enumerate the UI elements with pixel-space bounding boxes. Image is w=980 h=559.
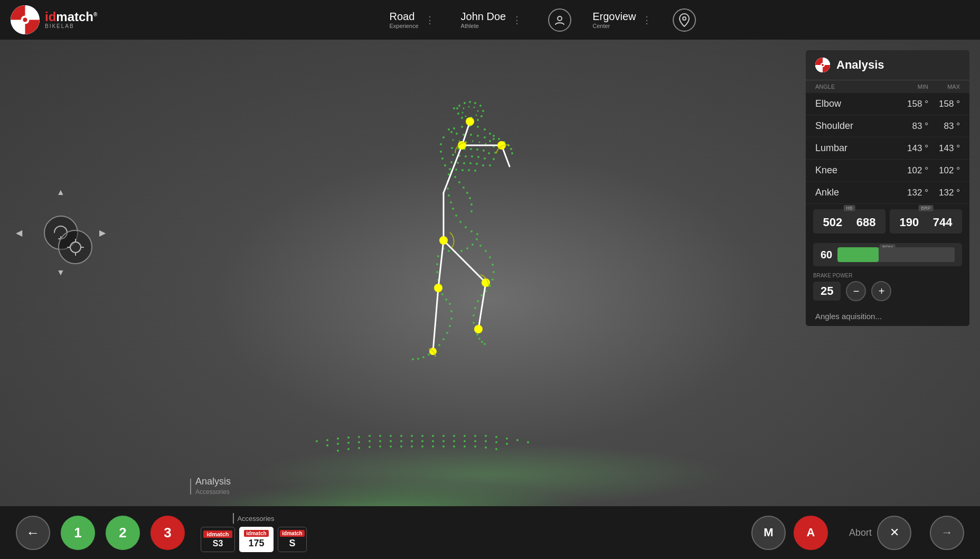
svg-point-3: [558, 16, 562, 21]
bottom-bar: ← 1 2 3 Accessories idmatch S3 idmatch 1…: [0, 506, 980, 559]
mode-a-btn[interactable]: A: [794, 516, 828, 550]
svg-point-44: [441, 157, 444, 160]
svg-point-104: [489, 256, 491, 258]
svg-point-143: [476, 163, 478, 165]
rpm-fill: [837, 247, 879, 262]
svg-point-19: [477, 119, 479, 121]
svg-point-202: [474, 445, 476, 448]
nav-arrows: ▲ ▼ ◀ ▶: [16, 188, 106, 277]
brake-plus-btn[interactable]: +: [871, 281, 891, 301]
location-icon-btn[interactable]: [673, 8, 696, 32]
svg-point-98: [428, 353, 430, 356]
svg-point-208: [507, 144, 510, 146]
svg-point-167: [495, 436, 497, 438]
arrow-right[interactable]: ▶: [99, 228, 106, 238]
svg-point-87: [439, 287, 441, 289]
athlete-icon-btn[interactable]: [548, 8, 571, 32]
svg-point-125: [485, 143, 487, 145]
svg-point-34: [453, 127, 455, 129]
arrow-left[interactable]: ◀: [16, 228, 22, 238]
svg-point-29: [476, 115, 477, 116]
svg-point-108: [489, 285, 491, 287]
chip-s[interactable]: idmatch S: [278, 527, 307, 552]
angle-rows: Elbow 158 ° 158 ° Shoulder 83 ° 83 ° Lum…: [806, 93, 969, 204]
brake-minus-btn[interactable]: −: [846, 281, 866, 301]
svg-point-191: [358, 447, 360, 449]
svg-point-123: [472, 141, 474, 142]
svg-point-114: [473, 322, 475, 324]
svg-point-41: [442, 136, 445, 138]
svg-point-126: [451, 147, 453, 149]
svg-point-133: [452, 154, 454, 156]
arrow-down[interactable]: ▼: [56, 268, 65, 277]
svg-point-166: [485, 435, 487, 437]
svg-point-130: [476, 148, 478, 151]
svg-point-37: [477, 126, 479, 128]
rpm-value: 60: [821, 249, 832, 261]
svg-point-180: [421, 440, 423, 442]
step2-button[interactable]: 2: [106, 516, 140, 550]
svg-point-90: [449, 303, 451, 305]
svg-point-40: [493, 138, 495, 140]
header-center-loc[interactable]: Ergoview Center: [592, 11, 652, 29]
back-button[interactable]: ←: [16, 516, 50, 550]
svg-point-95: [442, 338, 445, 340]
svg-point-185: [474, 440, 476, 442]
angles-table: ANGLE MIN MAX Elbow 158 ° 158 ° Shoulder…: [806, 80, 969, 204]
chip-175[interactable]: idmatch 175: [239, 527, 274, 552]
svg-point-164: [464, 435, 466, 437]
main-scene: ▲ ▼ ◀ ▶: [0, 40, 980, 559]
svg-point-223: [439, 236, 448, 245]
svg-point-141: [463, 162, 465, 164]
col-angle-header: ANGLE: [815, 83, 897, 90]
header-center: Road Experience John Doe Athlete Ergovie…: [116, 8, 969, 32]
abort-btn[interactable]: ✕: [877, 516, 911, 550]
svg-point-84: [436, 263, 438, 265]
svg-point-12: [458, 105, 460, 107]
svg-point-79: [460, 250, 463, 252]
svg-point-28: [477, 110, 479, 112]
svg-point-148: [468, 169, 470, 171]
chip-s3[interactable]: idmatch S3: [201, 527, 235, 552]
svg-point-78: [454, 251, 456, 253]
svg-point-20: [472, 120, 474, 123]
svg-point-105: [492, 264, 494, 266]
step1-button[interactable]: 1: [61, 516, 95, 550]
header-athlete[interactable]: John Doe Athlete: [461, 11, 527, 29]
svg-point-160: [421, 435, 423, 437]
arrow-up[interactable]: ▲: [56, 188, 65, 197]
svg-point-186: [485, 440, 487, 442]
next-btn[interactable]: →: [930, 516, 964, 550]
tilt-control[interactable]: [58, 230, 92, 264]
svg-point-51: [484, 136, 486, 138]
svg-point-65: [448, 173, 450, 175]
svg-point-45: [444, 164, 446, 166]
brake-value: 25: [813, 282, 841, 301]
brp-val2: 744: [933, 216, 953, 229]
svg-point-190: [347, 448, 350, 450]
svg-point-168: [506, 437, 508, 440]
svg-point-197: [421, 445, 423, 448]
accessories-chips: idmatch S3 idmatch 175 idmatch S: [201, 527, 307, 552]
logo-sub: BIKELAB: [45, 23, 97, 29]
svg-point-11: [453, 107, 455, 109]
svg-point-206: [498, 138, 500, 140]
svg-point-74: [470, 230, 473, 232]
svg-point-140: [457, 162, 459, 164]
svg-point-179: [411, 440, 413, 442]
svg-point-138: [484, 157, 486, 160]
header-experience[interactable]: Road Experience: [390, 11, 440, 29]
svg-point-204: [495, 448, 497, 450]
angle-max-2: 143 °: [928, 143, 960, 154]
svg-point-171: [326, 444, 328, 446]
svg-point-176: [379, 440, 381, 442]
step3-button[interactable]: 3: [150, 516, 185, 550]
svg-point-61: [466, 192, 468, 194]
svg-point-224: [482, 278, 490, 287]
svg-point-149: [474, 170, 476, 172]
svg-point-137: [477, 156, 479, 158]
svg-line-211: [462, 122, 470, 145]
mode-m-btn[interactable]: M: [751, 516, 786, 550]
rpm-bar[interactable]: 60: [837, 247, 955, 262]
angle-row-ankle: Ankle 132 ° 132 °: [806, 182, 969, 204]
